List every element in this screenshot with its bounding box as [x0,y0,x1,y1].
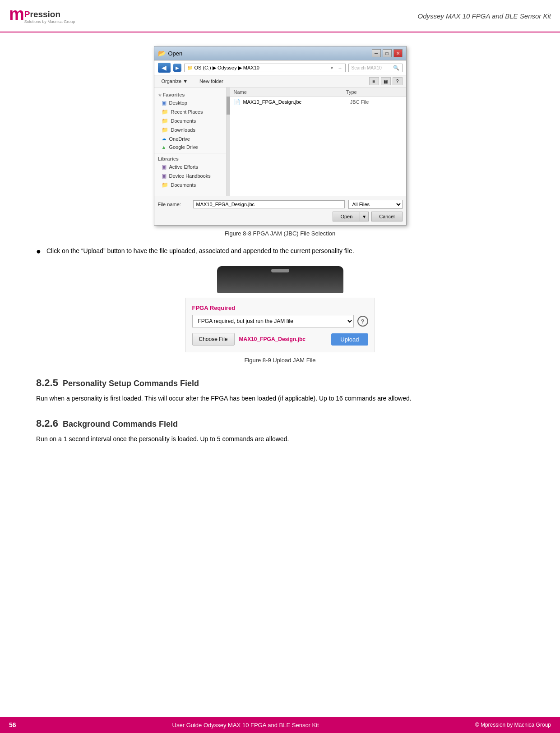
figure-8-9-caption: Figure 8-9 Upload JAM File [244,357,315,364]
filename-label: File name: [158,202,190,207]
scrollbar-thumb[interactable] [227,97,230,115]
file-name: MAX10_FPGA_Design.jbc [243,99,347,105]
section-825-title: Personality Setup Commands Field [63,379,199,388]
fpga-select[interactable]: FPGA required, but just run the JAM file [192,315,354,327]
fpga-select-row: FPGA required, but just run the JAM file… [192,315,368,327]
address-text: OS (C:) ▶ Odyssey ▶ MAX10 [194,65,259,71]
view-icon-3[interactable]: ? [393,77,403,85]
dialog-title: Open [168,50,183,57]
sidebar-item-gdrive[interactable]: ▲ Google Drive [154,143,226,151]
view-icon-2[interactable]: ▦ [381,77,391,85]
logo-p: P [24,9,30,19]
minimize-button[interactable]: ─ [372,49,381,57]
organize-button[interactable]: Organize ▼ [158,78,192,85]
file-row[interactable]: 📄 MAX10_FPGA_Design.jbc JBC File [230,97,406,107]
choose-file-button[interactable]: Choose File [192,333,235,346]
choose-file-row: Choose File MAX10_FPGA_Design.jbc Upload [192,333,368,346]
search-placeholder: Search MAX10 [352,65,382,70]
toolbar-view-icons: ≡ ▦ ? [369,77,403,85]
active-efforts-icon: ▣ [162,164,167,170]
onedrive-icon: ☁ [162,136,167,142]
bullet-dot: ● [36,246,41,257]
cancel-button[interactable]: Cancel [371,212,402,221]
section-825-body: Run when a personality is first loaded. … [36,393,524,404]
sidebar-item-label: OneDrive [169,136,190,142]
address-go-icon[interactable]: → [338,65,342,70]
address-dropdown-icon[interactable]: ▼ [330,65,334,70]
sidebar-active-efforts-label: Active Efforts [169,164,199,170]
filename-input[interactable] [193,200,345,208]
upload-button[interactable]: Upload [331,333,368,346]
page-footer: 56 User Guide Odyssey MAX 10 FPGA and BL… [0,717,560,733]
fpga-required-label: FPGA Required [192,304,368,311]
new-folder-button[interactable]: New folder [196,78,227,85]
downloads-icon: 📁 [162,127,168,133]
sidebar-scrollbar[interactable] [227,88,230,196]
recent-icon: 📁 [162,109,168,115]
logo-ression: ression [30,9,60,19]
device-image [217,266,343,293]
selected-file-name: MAX10_FPGA_Design.jbc [239,336,305,342]
logo: m Pression Solutions by Macnica Group [9,5,81,27]
favorites-label: ★ Favorites [154,91,226,98]
address-field[interactable]: 📁 OS (C:) ▶ Odyssey ▶ MAX10 ▼ → [184,64,346,72]
dialog-titlebar: 📂 Open ─ □ ✕ [154,46,406,60]
file-dialog[interactable]: 📂 Open ─ □ ✕ ◀ ▶ 📁 OS (C:) ▶ Odyssey ▶ M… [154,46,407,226]
device-notch [271,269,289,272]
sidebar-item-device-handbooks[interactable]: ▣ Device Handbooks [154,171,226,180]
sidebar-item-downloads[interactable]: 📁 Downloads [154,125,226,134]
help-button[interactable]: ? [357,316,368,327]
sidebar-item-lib-documents[interactable]: 📁 Documents [154,180,226,189]
dialog-toolbar: Organize ▼ New folder ≡ ▦ ? [154,75,406,88]
filename-row: File name: All Files [158,200,403,209]
sidebar-item-recent[interactable]: 📁 Recent Places [154,107,226,116]
sidebar-item-label: Documents [171,118,196,124]
figure-8-8-caption: Figure 8-8 FPGA JAM (JBC) File Selection [225,230,336,237]
dialog-addressbar: ◀ ▶ 📁 OS (C:) ▶ Odyssey ▶ MAX10 ▼ → Sear… [154,60,406,75]
sidebar-item-label: Recent Places [171,109,203,115]
back-button[interactable]: ◀ [158,63,171,73]
open-button[interactable]: Open [333,212,360,221]
figure-8-9-container: FPGA Required FPGA required, but just ru… [36,266,524,364]
close-button[interactable]: ✕ [393,49,403,57]
footer-page-number: 56 [9,721,16,728]
sidebar-item-desktop[interactable]: ▣ Desktop [154,98,226,107]
upload-figure: FPGA Required FPGA required, but just ru… [185,266,375,352]
dialog-action-row: Open ▼ Cancel [158,212,403,221]
section-826-number: 8.2.6 [36,418,58,429]
sidebar-item-label: Google Drive [169,144,198,150]
page-header: m Pression Solutions by Macnica Group Od… [0,0,560,32]
open-btn-group: Open ▼ [333,212,369,221]
section-825-heading: 8.2.5 Personality Setup Commands Field [36,377,524,389]
libraries-label: Libraries [154,155,226,162]
gdrive-icon: ▲ [162,144,167,150]
forward-button[interactable]: ▶ [173,64,181,72]
sidebar-item-onedrive[interactable]: ☁ OneDrive [154,134,226,143]
sidebar-item-active-efforts[interactable]: ▣ Active Efforts [154,162,226,171]
logo-area: m Pression Solutions by Macnica Group [9,5,81,27]
figure-8-8-container: 📂 Open ─ □ ✕ ◀ ▶ 📁 OS (C:) ▶ Odyssey ▶ M… [36,46,524,237]
logo-subtitle: Solutions by Macnica Group [24,19,75,24]
search-icon: 🔍 [393,65,399,71]
favorites-star-icon: ★ [158,93,162,97]
sidebar-downloads-label: Downloads [171,127,195,133]
sidebar-item-documents[interactable]: 📁 Documents [154,116,226,125]
fpga-required-section: FPGA Required FPGA required, but just ru… [185,298,375,352]
logo-m-letter: m [9,5,24,24]
dialog-sidebar: ★ Favorites ▣ Desktop 📁 Recent Places 📁 … [154,88,227,196]
lib-docs-icon: 📁 [162,182,168,188]
view-icon-1[interactable]: ≡ [369,77,379,85]
file-icon: 📄 [234,99,241,105]
sidebar-item-label: Desktop [169,100,187,106]
dialog-controls: ─ □ ✕ [372,49,403,57]
col-header-name: Name [234,89,346,95]
maximize-button[interactable]: □ [383,49,392,57]
footer-copyright: © Mpression by Macnica Group [475,722,551,728]
section-826-body: Run on a 1 second interval once the pers… [36,434,524,445]
filetype-select[interactable]: All Files [348,200,403,209]
search-field[interactable]: Search MAX10 🔍 [348,64,403,72]
open-dropdown-arrow[interactable]: ▼ [360,212,369,221]
dialog-file-area: Name Type 📄 MAX10_FPGA_Design.jbc JBC Fi… [230,88,406,196]
header-title: Odyssey MAX 10 FPGA and BLE Sensor Kit [418,12,551,20]
dialog-body: ★ Favorites ▣ Desktop 📁 Recent Places 📁 … [154,88,406,196]
